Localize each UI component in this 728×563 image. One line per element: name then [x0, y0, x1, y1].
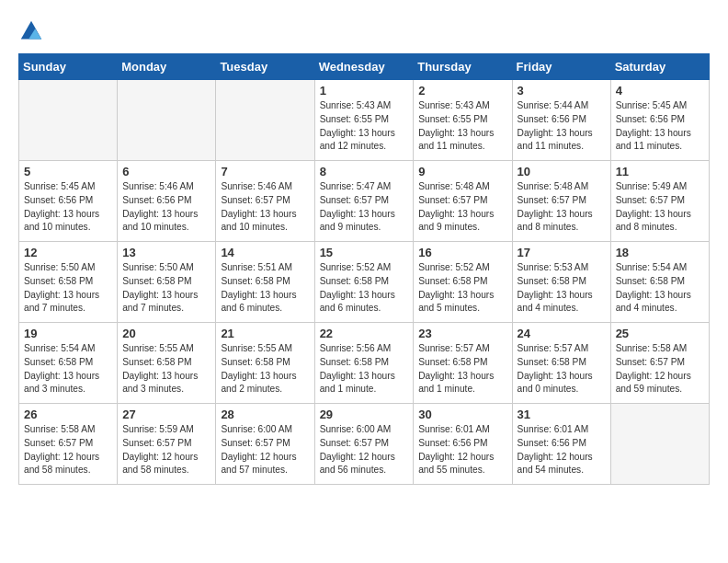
day-number: 17: [518, 246, 606, 259]
day-number: 7: [221, 165, 309, 178]
day-info: Sunrise: 5:56 AM Sunset: 6:58 PM Dayligh…: [320, 342, 409, 396]
day-cell: 18Sunrise: 5:54 AM Sunset: 6:58 PM Dayli…: [610, 242, 709, 323]
day-cell: 19Sunrise: 5:54 AM Sunset: 6:58 PM Dayli…: [19, 323, 118, 404]
day-number: 21: [221, 327, 309, 340]
day-cell: [19, 80, 118, 161]
day-cell: 5Sunrise: 5:45 AM Sunset: 6:56 PM Daylig…: [19, 161, 118, 242]
day-number: 25: [616, 327, 704, 340]
day-info: Sunrise: 5:57 AM Sunset: 6:58 PM Dayligh…: [518, 342, 606, 396]
day-info: Sunrise: 5:44 AM Sunset: 6:56 PM Dayligh…: [518, 99, 606, 154]
day-number: 9: [418, 165, 506, 178]
day-info: Sunrise: 5:48 AM Sunset: 6:57 PM Dayligh…: [518, 180, 606, 235]
day-number: 19: [24, 327, 112, 340]
day-cell: 7Sunrise: 5:46 AM Sunset: 6:57 PM Daylig…: [216, 161, 314, 242]
day-info: Sunrise: 5:49 AM Sunset: 6:57 PM Dayligh…: [616, 180, 704, 235]
day-cell: 20Sunrise: 5:55 AM Sunset: 6:58 PM Dayli…: [118, 323, 216, 404]
day-info: Sunrise: 5:48 AM Sunset: 6:57 PM Dayligh…: [418, 180, 506, 235]
day-cell: 29Sunrise: 6:00 AM Sunset: 6:57 PM Dayli…: [314, 404, 414, 485]
day-header-monday: Monday: [118, 54, 216, 80]
day-cell: 3Sunrise: 5:44 AM Sunset: 6:56 PM Daylig…: [512, 80, 610, 161]
day-number: 24: [518, 327, 606, 340]
day-number: 18: [616, 246, 704, 259]
day-number: 16: [418, 246, 506, 259]
day-cell: 9Sunrise: 5:48 AM Sunset: 6:57 PM Daylig…: [414, 161, 512, 242]
week-row-1: 1Sunrise: 5:43 AM Sunset: 6:55 PM Daylig…: [19, 80, 710, 161]
day-number: 1: [320, 84, 409, 98]
day-cell: 10Sunrise: 5:48 AM Sunset: 6:57 PM Dayli…: [512, 161, 610, 242]
day-number: 22: [320, 327, 409, 340]
day-number: 23: [418, 327, 506, 340]
day-number: 29: [320, 408, 409, 421]
day-number: 2: [418, 84, 506, 98]
day-info: Sunrise: 6:00 AM Sunset: 6:57 PM Dayligh…: [221, 423, 309, 477]
day-number: 20: [122, 327, 210, 340]
week-row-3: 12Sunrise: 5:50 AM Sunset: 6:58 PM Dayli…: [19, 242, 710, 323]
day-info: Sunrise: 5:43 AM Sunset: 6:55 PM Dayligh…: [418, 99, 506, 154]
day-info: Sunrise: 5:57 AM Sunset: 6:58 PM Dayligh…: [418, 342, 506, 396]
day-info: Sunrise: 5:53 AM Sunset: 6:58 PM Dayligh…: [518, 261, 606, 316]
day-number: 27: [122, 408, 210, 421]
day-header-sunday: Sunday: [19, 54, 118, 80]
day-header-thursday: Thursday: [414, 54, 512, 80]
day-cell: 1Sunrise: 5:43 AM Sunset: 6:55 PM Daylig…: [314, 80, 414, 161]
day-cell: 6Sunrise: 5:46 AM Sunset: 6:56 PM Daylig…: [118, 161, 216, 242]
day-cell: 17Sunrise: 5:53 AM Sunset: 6:58 PM Dayli…: [512, 242, 610, 323]
day-cell: 23Sunrise: 5:57 AM Sunset: 6:58 PM Dayli…: [414, 323, 512, 404]
day-number: 15: [320, 246, 409, 259]
day-header-friday: Friday: [512, 54, 610, 80]
day-cell: 28Sunrise: 6:00 AM Sunset: 6:57 PM Dayli…: [216, 404, 314, 485]
day-number: 26: [24, 408, 112, 421]
day-number: 8: [320, 165, 409, 178]
day-info: Sunrise: 5:46 AM Sunset: 6:56 PM Dayligh…: [122, 180, 210, 235]
day-number: 31: [518, 408, 606, 421]
day-info: Sunrise: 5:52 AM Sunset: 6:58 PM Dayligh…: [418, 261, 506, 316]
day-info: Sunrise: 5:52 AM Sunset: 6:58 PM Dayligh…: [320, 261, 409, 316]
day-info: Sunrise: 5:45 AM Sunset: 6:56 PM Dayligh…: [24, 180, 112, 235]
day-info: Sunrise: 5:55 AM Sunset: 6:58 PM Dayligh…: [221, 342, 309, 396]
day-cell: 27Sunrise: 5:59 AM Sunset: 6:57 PM Dayli…: [118, 404, 216, 485]
day-cell: 25Sunrise: 5:58 AM Sunset: 6:57 PM Dayli…: [610, 323, 709, 404]
day-info: Sunrise: 5:51 AM Sunset: 6:58 PM Dayligh…: [221, 261, 309, 316]
logo: [18, 18, 48, 44]
day-cell: 4Sunrise: 5:45 AM Sunset: 6:56 PM Daylig…: [610, 80, 709, 161]
day-info: Sunrise: 5:50 AM Sunset: 6:58 PM Dayligh…: [24, 261, 112, 316]
day-cell: 22Sunrise: 5:56 AM Sunset: 6:58 PM Dayli…: [314, 323, 414, 404]
day-info: Sunrise: 5:46 AM Sunset: 6:57 PM Dayligh…: [221, 180, 309, 235]
day-info: Sunrise: 6:00 AM Sunset: 6:57 PM Dayligh…: [320, 423, 409, 477]
day-cell: 14Sunrise: 5:51 AM Sunset: 6:58 PM Dayli…: [216, 242, 314, 323]
day-cell: 12Sunrise: 5:50 AM Sunset: 6:58 PM Dayli…: [19, 242, 118, 323]
day-cell: [118, 80, 216, 161]
day-info: Sunrise: 5:45 AM Sunset: 6:56 PM Dayligh…: [616, 99, 704, 154]
day-info: Sunrise: 5:54 AM Sunset: 6:58 PM Dayligh…: [616, 261, 704, 316]
day-header-saturday: Saturday: [610, 54, 709, 80]
day-number: 11: [616, 165, 704, 178]
day-cell: 30Sunrise: 6:01 AM Sunset: 6:56 PM Dayli…: [414, 404, 512, 485]
day-info: Sunrise: 6:01 AM Sunset: 6:56 PM Dayligh…: [418, 423, 506, 477]
day-number: 4: [616, 84, 704, 98]
day-cell: [610, 404, 709, 485]
day-cell: 21Sunrise: 5:55 AM Sunset: 6:58 PM Dayli…: [216, 323, 314, 404]
day-cell: 11Sunrise: 5:49 AM Sunset: 6:57 PM Dayli…: [610, 161, 709, 242]
day-info: Sunrise: 5:59 AM Sunset: 6:57 PM Dayligh…: [122, 423, 210, 477]
day-info: Sunrise: 5:47 AM Sunset: 6:57 PM Dayligh…: [320, 180, 409, 235]
week-row-2: 5Sunrise: 5:45 AM Sunset: 6:56 PM Daylig…: [19, 161, 710, 242]
day-number: 10: [518, 165, 606, 178]
day-number: 14: [221, 246, 309, 259]
day-cell: 2Sunrise: 5:43 AM Sunset: 6:55 PM Daylig…: [414, 80, 512, 161]
day-cell: 26Sunrise: 5:58 AM Sunset: 6:57 PM Dayli…: [19, 404, 118, 485]
day-header-tuesday: Tuesday: [216, 54, 314, 80]
day-number: 5: [24, 165, 112, 178]
header: [18, 18, 710, 44]
day-header-wednesday: Wednesday: [314, 54, 414, 80]
day-number: 12: [24, 246, 112, 259]
day-number: 3: [518, 84, 606, 98]
day-cell: 13Sunrise: 5:50 AM Sunset: 6:58 PM Dayli…: [118, 242, 216, 323]
day-cell: 8Sunrise: 5:47 AM Sunset: 6:57 PM Daylig…: [314, 161, 414, 242]
day-cell: 24Sunrise: 5:57 AM Sunset: 6:58 PM Dayli…: [512, 323, 610, 404]
day-info: Sunrise: 5:54 AM Sunset: 6:58 PM Dayligh…: [24, 342, 112, 396]
day-number: 13: [122, 246, 210, 259]
day-info: Sunrise: 5:50 AM Sunset: 6:58 PM Dayligh…: [122, 261, 210, 316]
logo-icon: [18, 18, 44, 44]
page: SundayMondayTuesdayWednesdayThursdayFrid…: [0, 0, 728, 494]
day-info: Sunrise: 5:43 AM Sunset: 6:55 PM Dayligh…: [320, 99, 409, 154]
